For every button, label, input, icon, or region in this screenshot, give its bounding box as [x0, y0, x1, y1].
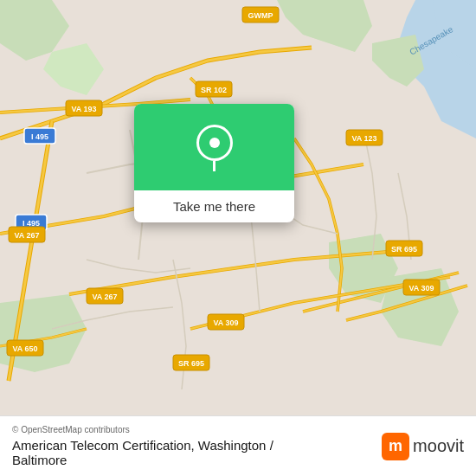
bottom-bar: © OpenStreetMap contributors American Te… — [0, 415, 476, 476]
svg-text:VA 309: VA 309 — [408, 284, 434, 293]
svg-text:GWMP: GWMP — [248, 11, 273, 20]
popup-card: Take me there — [134, 104, 294, 222]
svg-text:VA 123: VA 123 — [351, 134, 376, 143]
moovit-text: moovit — [413, 436, 464, 456]
svg-text:VA 309: VA 309 — [213, 318, 238, 327]
svg-text:SR 695: SR 695 — [178, 359, 204, 368]
popup-header — [134, 104, 294, 190]
svg-text:SR 695: SR 695 — [391, 245, 417, 254]
location-pin-icon — [196, 125, 233, 170]
map-container: I 495 VA 193 SR 102 GWMP VA 123 I 495 VA… — [0, 0, 476, 415]
take-me-there-button[interactable]: Take me there — [161, 190, 267, 222]
place-name-line2: Baltimore — [12, 453, 67, 467]
svg-text:VA 193: VA 193 — [71, 105, 96, 113]
svg-text:VA 650: VA 650 — [12, 344, 37, 353]
svg-text:I 495: I 495 — [31, 132, 48, 141]
moovit-icon: m — [382, 433, 409, 460]
svg-text:SR 102: SR 102 — [201, 86, 227, 94]
svg-text:VA 267: VA 267 — [14, 231, 39, 240]
place-name-line1: American Telecom Certification, Washingt… — [12, 438, 273, 453]
svg-text:VA 267: VA 267 — [92, 293, 117, 301]
moovit-logo: m moovit — [382, 433, 464, 460]
